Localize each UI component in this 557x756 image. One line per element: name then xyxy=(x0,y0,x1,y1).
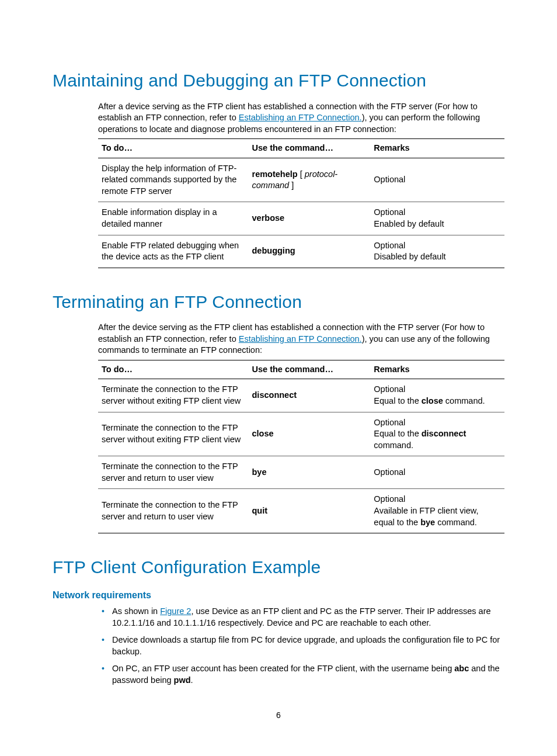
table-header-row: To do… Use the command… Remarks xyxy=(98,139,504,158)
table-header-row: To do… Use the command… Remarks xyxy=(98,360,504,379)
link-figure-2[interactable]: Figure 2 xyxy=(160,606,191,616)
page-number: 6 xyxy=(53,710,504,721)
th-cmd: Use the command… xyxy=(249,360,371,379)
cell-cmd: verbose xyxy=(249,202,371,235)
bullet-bold: abc xyxy=(454,664,469,673)
cmd-bold: disconnect xyxy=(252,390,297,400)
rem-line: Available in FTP client view, equal to t… xyxy=(374,505,500,528)
cell-rem: Optional Disabled by default xyxy=(370,235,504,268)
rem-text: command. xyxy=(435,518,477,527)
bullet-text: . xyxy=(191,675,193,685)
cmd-bracket: [ xyxy=(298,169,305,179)
bullet-list: As shown in Figure 2, use Device as an F… xyxy=(98,606,504,686)
cmd-bracket: ] xyxy=(289,181,294,190)
section-heading-maintaining: Maintaining and Debugging an FTP Connect… xyxy=(53,69,504,93)
cell-rem: Optional xyxy=(370,158,504,202)
rem-text: Equal to the xyxy=(374,396,421,405)
th-todo: To do… xyxy=(98,360,249,379)
rem-line: Disabled by default xyxy=(374,251,500,263)
rem-bold: disconnect xyxy=(422,429,467,438)
table-maintaining: To do… Use the command… Remarks Display … xyxy=(98,138,504,268)
rem-line: Optional xyxy=(374,384,500,396)
section-heading-example: FTP Client Configuration Example xyxy=(53,556,504,580)
cell-cmd: bye xyxy=(249,456,371,489)
link-establishing-ftp[interactable]: Establishing an FTP Connection. xyxy=(239,334,362,344)
th-rem: Remarks xyxy=(370,360,504,379)
subheading-network-req: Network requirements xyxy=(53,589,504,602)
cell-todo: Terminate the connection to the FTP serv… xyxy=(98,456,249,489)
cmd-bold: quit xyxy=(252,506,268,515)
bullet-text: On PC, an FTP user account has been crea… xyxy=(112,664,454,673)
cmd-bold: debugging xyxy=(252,246,295,255)
cell-rem: Optional Equal to the disconnect command… xyxy=(370,412,504,456)
rem-line: Optional xyxy=(374,207,500,219)
rem-line: Optional xyxy=(374,240,500,252)
rem-line: Equal to the disconnect command. xyxy=(374,428,500,451)
cell-cmd: disconnect xyxy=(249,379,371,412)
rem-bold: close xyxy=(422,396,443,405)
rem-text: command. xyxy=(374,441,413,450)
rem-text: Equal to the xyxy=(374,429,421,438)
section3-body: As shown in Figure 2, use Device as an F… xyxy=(98,606,504,686)
rem-text: command. xyxy=(443,396,485,405)
cmd-bold: close xyxy=(252,429,274,438)
table-row: Terminate the connection to the FTP serv… xyxy=(98,489,504,533)
th-cmd: Use the command… xyxy=(249,139,371,158)
table-row: Terminate the connection to the FTP serv… xyxy=(98,412,504,456)
cell-cmd: quit xyxy=(249,489,371,533)
list-item: Device downloads a startup file from PC … xyxy=(98,634,504,657)
rem-line: Optional xyxy=(374,417,500,429)
cell-rem: Optional Enabled by default xyxy=(370,202,504,235)
section2-body: After the device serving as the FTP clie… xyxy=(98,322,504,533)
table-terminating: To do… Use the command… Remarks Terminat… xyxy=(98,360,504,533)
rem-bold: bye xyxy=(420,518,435,527)
cell-cmd: remotehelp [ protocol-command ] xyxy=(249,158,371,202)
rem-line: Optional xyxy=(374,494,500,505)
cell-todo: Terminate the connection to the FTP serv… xyxy=(98,489,249,533)
rem-line: Enabled by default xyxy=(374,219,500,230)
table-row: Terminate the connection to the FTP serv… xyxy=(98,456,504,489)
cell-cmd: debugging xyxy=(249,235,371,268)
cell-todo: Display the help information of FTP-rela… xyxy=(98,158,249,202)
cell-rem: Optional Available in FTP client view, e… xyxy=(370,489,504,533)
cell-todo: Enable information display in a detailed… xyxy=(98,202,249,235)
rem-line: Equal to the close command. xyxy=(374,396,500,407)
cmd-bold: bye xyxy=(252,467,267,477)
rem-line: Optional xyxy=(374,467,500,478)
cell-rem: Optional xyxy=(370,456,504,489)
th-todo: To do… xyxy=(98,139,249,158)
cell-rem: Optional Equal to the close command. xyxy=(370,379,504,412)
cell-todo: Terminate the connection to the FTP serv… xyxy=(98,412,249,456)
table-row: Terminate the connection to the FTP serv… xyxy=(98,379,504,412)
cmd-bold: verbose xyxy=(252,213,285,223)
table-row: Display the help information of FTP-rela… xyxy=(98,158,504,202)
table-row: Enable information display in a detailed… xyxy=(98,202,504,235)
section-heading-terminating: Terminating an FTP Connection xyxy=(53,290,504,314)
list-item: On PC, an FTP user account has been crea… xyxy=(98,663,504,686)
section1-body: After a device serving as the FTP client… xyxy=(98,101,504,268)
bullet-bold: pwd xyxy=(174,675,191,685)
bullet-text: As shown in xyxy=(112,606,160,616)
rem-line: Optional xyxy=(374,174,500,186)
list-item: As shown in Figure 2, use Device as an F… xyxy=(98,606,504,629)
cell-todo: Enable FTP related debugging when the de… xyxy=(98,235,249,268)
cell-todo: Terminate the connection to the FTP serv… xyxy=(98,379,249,412)
table-row: Enable FTP related debugging when the de… xyxy=(98,235,504,268)
cmd-bold: remotehelp xyxy=(252,169,298,179)
link-establishing-ftp[interactable]: Establishing an FTP Connection. xyxy=(239,113,362,122)
th-rem: Remarks xyxy=(370,139,504,158)
cell-cmd: close xyxy=(249,412,371,456)
section2-intro: After the device serving as the FTP clie… xyxy=(98,322,504,356)
section1-intro: After a device serving as the FTP client… xyxy=(98,101,504,136)
